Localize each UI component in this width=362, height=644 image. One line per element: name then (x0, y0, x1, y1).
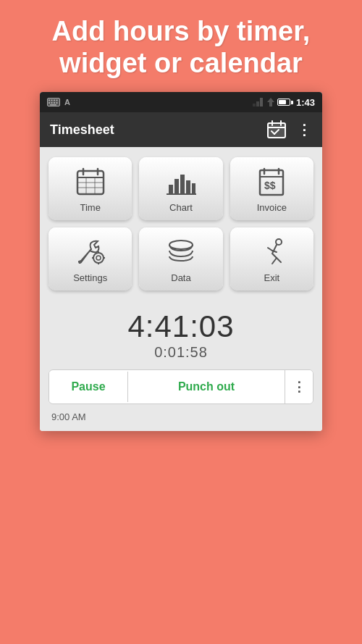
svg-text:$$: $$ (264, 180, 276, 191)
calendar-button[interactable] (266, 120, 287, 140)
action-bar: Pause Punch out ⋮ (49, 369, 313, 404)
menu-grid: Time Chart (49, 157, 313, 290)
exit-button-label: Exit (264, 272, 279, 283)
app-title: Timesheet (50, 122, 114, 138)
action-more-button[interactable]: ⋮ (285, 370, 313, 403)
status-bar: A 1:43 (40, 92, 322, 112)
svg-marker-11 (256, 101, 259, 106)
svg-point-39 (93, 253, 104, 263)
timer-main: 4:41:03 (49, 309, 313, 344)
battery-icon (277, 99, 293, 106)
time-icon (75, 167, 106, 196)
settings-icon (75, 238, 106, 267)
hero-line1: Add hours by timer, (52, 16, 311, 46)
svg-rect-32 (192, 183, 195, 193)
svg-rect-4 (56, 100, 58, 101)
data-button-label: Data (171, 272, 190, 283)
timer-section: 4:41:03 0:01:58 (49, 302, 313, 369)
settings-button[interactable]: Settings (49, 227, 132, 290)
svg-point-46 (276, 239, 282, 245)
svg-rect-14 (268, 123, 285, 138)
status-time: 1:43 (296, 97, 315, 108)
pause-button[interactable]: Pause (49, 372, 128, 402)
app-toolbar: Timesheet ⋮ (40, 112, 322, 147)
svg-rect-5 (49, 102, 50, 104)
exit-button[interactable]: Exit (230, 227, 313, 290)
invoice-button-label: Invoice (257, 202, 287, 213)
time-button[interactable]: Time (49, 157, 132, 220)
settings-button-label: Settings (73, 272, 107, 283)
svg-marker-13 (267, 98, 274, 106)
chart-icon (165, 167, 197, 196)
hero-text: Add hours by timer, widget or calendar (30, 0, 332, 92)
svg-marker-12 (260, 98, 263, 106)
svg-rect-9 (50, 104, 56, 106)
data-signal-icon (267, 98, 274, 106)
invoice-icon: $$ (256, 167, 287, 196)
svg-rect-6 (51, 102, 53, 104)
exit-icon (256, 238, 287, 267)
punch-out-button[interactable]: Punch out (128, 372, 285, 402)
timer-sub: 0:01:58 (49, 344, 313, 361)
overflow-menu-button[interactable]: ⋮ (297, 121, 312, 138)
svg-rect-29 (174, 179, 179, 193)
main-content: Time Chart (40, 147, 322, 431)
svg-rect-1 (49, 100, 50, 101)
hero-line2: widget or calendar (59, 48, 303, 78)
chart-button-label: Chart (169, 202, 193, 213)
phone-frame: A 1:43 Timesheet (40, 92, 322, 431)
svg-rect-31 (186, 180, 190, 193)
svg-rect-8 (56, 102, 58, 104)
chart-button[interactable]: Chart (139, 157, 222, 220)
data-icon (165, 238, 197, 267)
calendar-icon (267, 120, 286, 139)
entry-start-time: 9:00 AM (49, 411, 313, 422)
svg-rect-2 (51, 100, 53, 101)
status-icons: 1:43 (253, 97, 315, 108)
svg-rect-3 (54, 100, 55, 101)
svg-point-45 (169, 241, 193, 249)
time-button-label: Time (80, 202, 100, 213)
svg-rect-28 (169, 185, 173, 193)
signal-icon (253, 98, 264, 106)
svg-rect-7 (54, 102, 55, 104)
svg-point-40 (96, 256, 101, 260)
keyboard-icon (47, 98, 60, 106)
svg-rect-30 (180, 175, 185, 193)
svg-marker-10 (253, 104, 256, 106)
toolbar-icons: ⋮ (266, 120, 312, 140)
input-method-icon: A (64, 98, 70, 106)
invoice-button[interactable]: $$ Invoice (230, 157, 313, 220)
data-button[interactable]: Data (139, 227, 222, 290)
status-left: A (47, 98, 70, 106)
